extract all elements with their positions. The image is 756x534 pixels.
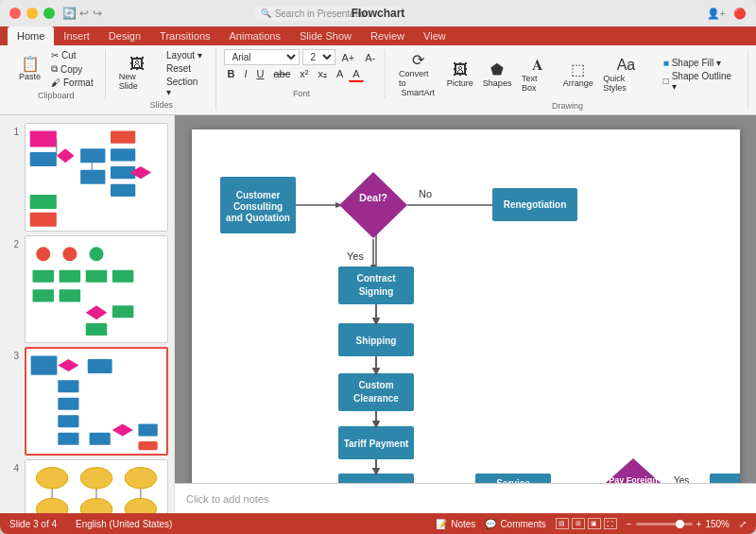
tab-view[interactable]: View — [414, 26, 455, 45]
svg-point-14 — [36, 247, 50, 261]
slides-label: Slides — [149, 100, 173, 110]
shape-fill-icon: ■ — [663, 58, 669, 68]
reset-button[interactable]: Reset — [163, 62, 208, 75]
cut-button[interactable]: ✂ Cut — [47, 49, 97, 61]
drawing-group: ⟳ Convert to SmartArt 🖼 Picture ⬟ Shapes… — [387, 49, 748, 111]
tab-slideshow[interactable]: Slide Show — [290, 26, 361, 45]
convert-smartart-button[interactable]: ⟳ Convert to SmartArt — [395, 49, 440, 99]
svg-text:Clearance: Clearance — [353, 393, 399, 404]
format-button[interactable]: 🖌 Format — [47, 77, 97, 89]
svg-text:Custom: Custom — [358, 380, 393, 390]
bold-button[interactable]: B — [224, 67, 239, 82]
notes-button[interactable]: 📝 Notes — [436, 519, 475, 529]
tab-transitions[interactable]: Transitions — [150, 26, 219, 45]
tab-home[interactable]: Home — [8, 26, 54, 45]
shapes-button[interactable]: ⬟ Shapes — [479, 59, 515, 90]
maximize-button[interactable] — [43, 8, 55, 19]
reader-view-button[interactable]: ▣ — [588, 518, 601, 529]
format-icon: 🖌 — [51, 78, 60, 88]
language: English (United States) — [76, 519, 172, 529]
svg-rect-81 — [338, 267, 414, 304]
text-shadow-button[interactable]: A — [333, 67, 347, 82]
grid-view-button[interactable]: ⊞ — [572, 518, 585, 529]
shape-fill-button[interactable]: ■ Shape Fill ▾ — [660, 57, 740, 69]
slide-image-3[interactable] — [25, 347, 168, 456]
tab-insert[interactable]: Insert — [54, 26, 99, 45]
section-button[interactable]: Section ▾ — [163, 76, 208, 98]
fit-window-button[interactable]: ⤢ — [739, 519, 747, 529]
minimize-button[interactable] — [26, 8, 38, 19]
svg-point-38 — [80, 468, 112, 490]
shape-outline-button[interactable]: □ Shape Outline ▾ — [660, 70, 740, 93]
close-button[interactable] — [9, 8, 21, 19]
textbox-button[interactable]: 𝐀 Text Box — [518, 55, 557, 95]
new-slide-button[interactable]: 🖼 New Slide — [115, 55, 160, 93]
italic-button[interactable]: I — [240, 67, 250, 82]
zoom-track[interactable] — [636, 523, 693, 525]
copy-button[interactable]: ⧉ Copy — [47, 62, 97, 76]
status-bar: Slide 3 of 4 English (United States) 📝 N… — [0, 513, 756, 534]
fullscreen-button[interactable]: ⛶ — [604, 518, 617, 529]
normal-view-button[interactable]: ▤ — [556, 518, 569, 529]
quick-styles-button[interactable]: Aa Quick Styles — [599, 55, 652, 95]
main-area: 1 — [0, 115, 756, 513]
svg-rect-18 — [60, 269, 81, 282]
clipboard-label: Clipboard — [38, 91, 75, 100]
zoom-thumb[interactable] — [676, 520, 684, 528]
font-color-button[interactable]: A — [349, 67, 363, 82]
shape-outline-icon: □ — [663, 76, 669, 86]
svg-rect-17 — [33, 269, 55, 282]
zoom-level: 150% — [705, 519, 730, 529]
zoom-out-button[interactable]: − — [627, 519, 632, 529]
slide-info: Slide 3 of 4 — [9, 519, 57, 529]
strikethrough-button[interactable]: abc — [269, 67, 294, 82]
font-family-select[interactable]: Arial — [224, 49, 300, 65]
paste-button[interactable]: 📋 Paste — [15, 55, 44, 83]
slide-image-2[interactable] — [25, 235, 168, 344]
svg-text:Service: Service — [496, 478, 530, 483]
comments-icon: 💬 — [485, 519, 496, 529]
titlebar-icons: 👤+ 🔴 — [707, 8, 747, 20]
font-increase-button[interactable]: A+ — [338, 51, 359, 64]
svg-rect-5 — [111, 131, 135, 144]
notes-bar[interactable]: Click to add notes — [175, 483, 756, 513]
arrange-button[interactable]: ⬚ Arrange — [559, 59, 596, 90]
picture-button[interactable]: 🖼 Picture — [443, 60, 476, 90]
main-slide[interactable]: No Yes — [192, 129, 740, 483]
ribbon: Home Insert Design Transitions Animation… — [0, 26, 756, 115]
quick-styles-icon: Aa — [617, 57, 636, 74]
svg-text:Customer: Customer — [235, 190, 280, 200]
underline-button[interactable]: U — [253, 67, 268, 82]
tab-animations[interactable]: Animations — [220, 26, 290, 45]
svg-point-37 — [36, 468, 68, 490]
font-decrease-button[interactable]: A- — [361, 51, 379, 64]
svg-rect-24 — [112, 305, 134, 318]
svg-text:No: No — [419, 188, 432, 199]
zoom-in-button[interactable]: + — [696, 519, 702, 529]
superscript-button[interactable]: x² — [296, 67, 312, 82]
slide-image-4[interactable] — [25, 459, 168, 513]
font-label: Font — [293, 89, 310, 98]
tab-design[interactable]: Design — [99, 26, 150, 45]
subscript-button[interactable]: x₂ — [314, 67, 331, 82]
convert-icon: ⟳ — [412, 51, 424, 69]
comments-button[interactable]: 💬 Comments — [485, 519, 545, 529]
slide-thumb-3[interactable]: 3 — [6, 347, 168, 456]
svg-text:Deal?: Deal? — [359, 192, 387, 203]
slide-thumb-1[interactable]: 1 — [6, 123, 168, 232]
slide-thumb-4[interactable]: 4 — [6, 459, 168, 513]
font-group: Arial 24 A+ A- B I U abc x² x₂ A A — [218, 49, 386, 98]
app-window: 🔄 ↩ ↪ 🔍 Search in Presentation 👤+ 🔴 Flow… — [0, 0, 756, 534]
font-size-select[interactable]: 24 — [302, 49, 335, 65]
layout-button[interactable]: Layout ▾ — [163, 49, 208, 61]
arrange-icon: ⬚ — [571, 60, 585, 78]
svg-rect-19 — [86, 269, 108, 282]
tab-review[interactable]: Review — [361, 26, 414, 45]
zoom-control[interactable]: − + 150% — [627, 519, 730, 529]
paste-icon: 📋 — [21, 57, 40, 72]
svg-marker-77 — [339, 172, 407, 238]
slide-thumb-2[interactable]: 2 — [6, 235, 168, 344]
slide-image-1[interactable] — [25, 123, 168, 232]
shapes-icon: ⬟ — [490, 60, 504, 78]
svg-rect-28 — [88, 359, 112, 373]
